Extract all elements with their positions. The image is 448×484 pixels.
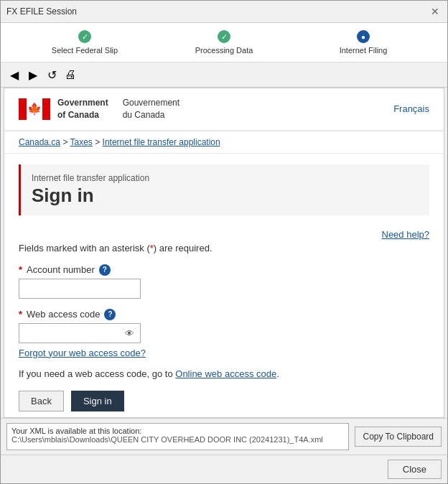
close-button[interactable]: Close	[388, 460, 442, 479]
web-access-field-group: * Web access code ? 👁 Forgot your web ac…	[19, 309, 429, 358]
titlebar: FX EFILE Session ✕	[1, 1, 447, 23]
breadcrumb: Canada.ca > Taxes > Internet file transf…	[4, 131, 444, 154]
account-required-star: *	[19, 264, 22, 275]
toolbar: ◀ ▶ ↺ 🖨	[1, 62, 447, 88]
step-federal: ✓ Select Federal Slip	[15, 30, 154, 55]
forgot-web-access-link[interactable]: Forgot your web access code?	[19, 348, 429, 358]
page-hero-subtitle: Internet file transfer application	[32, 173, 419, 183]
account-number-input[interactable]	[19, 279, 141, 299]
online-web-access-link[interactable]: Online web access code	[175, 368, 276, 379]
web-access-label: Web access code	[27, 309, 100, 320]
web-access-note: If you need a web access code, go to Onl…	[19, 368, 429, 379]
xml-path: C:\Users\mblais\Downloads\QUEEN CITY OVE…	[11, 435, 344, 444]
main-window: FX EFILE Session ✕ ✓ Select Federal Slip…	[0, 0, 448, 484]
screen-info: Screen ID: IFT-2 Version: V2025-01	[19, 411, 429, 418]
page-hero: Internet file transfer application Sign …	[19, 164, 429, 215]
breadcrumb-page[interactable]: Internet file transfer application	[103, 137, 220, 147]
step-processing-icon: ✓	[218, 30, 230, 43]
govt-text-fr: Gouvernement du Canada	[123, 97, 179, 121]
scroll-area[interactable]: 🍁 Government of Canada Gouvernement du C…	[4, 88, 444, 418]
xml-path-bar: Your XML is available at this location: …	[1, 418, 447, 455]
step-federal-icon: ✓	[78, 30, 91, 43]
stepper: ✓ Select Federal Slip ✓ Processing Data …	[1, 23, 447, 62]
page-hero-title: Sign in	[32, 185, 419, 207]
step-processing: ✓ Processing Data	[154, 30, 294, 55]
form-buttons: Back Sign in	[19, 391, 429, 411]
need-help-row: Need help?	[4, 226, 444, 243]
back-nav-button[interactable]: ◀	[6, 67, 22, 83]
print-button[interactable]: 🖨	[62, 67, 78, 83]
web-access-input-wrapper: 👁	[19, 323, 141, 343]
francais-link[interactable]: Français	[393, 103, 429, 114]
main-content: 🍁 Government of Canada Gouvernement du C…	[1, 88, 447, 418]
govt-header: 🍁 Government of Canada Gouvernement du C…	[4, 88, 444, 131]
toggle-password-icon[interactable]: 👁	[122, 327, 136, 338]
step-internet-label: Internet Filing	[340, 46, 388, 55]
close-bar: Close	[1, 455, 447, 483]
refresh-button[interactable]: ↺	[44, 67, 60, 83]
web-access-label-row: * Web access code ?	[19, 309, 429, 320]
breadcrumb-taxes[interactable]: Taxes	[70, 137, 93, 147]
web-access-required-star: *	[19, 309, 22, 320]
account-number-input-wrapper	[19, 279, 429, 299]
forward-nav-button[interactable]: ▶	[25, 67, 41, 83]
canada-logo: 🍁 Government of Canada Gouvernement du C…	[19, 97, 179, 121]
xml-path-box: Your XML is available at this location: …	[6, 423, 349, 450]
copy-clipboard-button[interactable]: Copy To Clipboard	[355, 427, 442, 447]
required-star: *	[150, 243, 154, 253]
account-number-field-group: * Account number ?	[19, 264, 429, 299]
window-close-button[interactable]: ✕	[429, 5, 442, 18]
account-help-icon[interactable]: ?	[99, 264, 111, 276]
step-processing-label: Processing Data	[195, 46, 253, 55]
web-access-help-icon[interactable]: ?	[104, 309, 116, 320]
back-button[interactable]: Back	[19, 391, 64, 411]
breadcrumb-sep1: >	[62, 137, 70, 147]
canada-flag: 🍁	[19, 98, 50, 120]
required-note: Fields marked with an asterisk (*) are r…	[19, 243, 429, 253]
govt-text: Government of Canada	[57, 97, 108, 121]
step-federal-label: Select Federal Slip	[52, 46, 118, 55]
breadcrumb-canada[interactable]: Canada.ca	[19, 137, 60, 147]
window-title: FX EFILE Session	[6, 6, 77, 17]
signin-button[interactable]: Sign in	[71, 391, 124, 411]
account-number-label: Account number	[27, 264, 95, 275]
step-internet: ● Internet Filing	[294, 30, 433, 55]
account-number-label-row: * Account number ?	[19, 264, 429, 276]
xml-label: Your XML is available at this location:	[11, 427, 344, 435]
need-help-link[interactable]: Need help?	[382, 229, 430, 240]
step-internet-icon: ●	[357, 30, 370, 43]
form-section: Fields marked with an asterisk (*) are r…	[4, 243, 444, 418]
breadcrumb-sep2: >	[95, 137, 102, 147]
